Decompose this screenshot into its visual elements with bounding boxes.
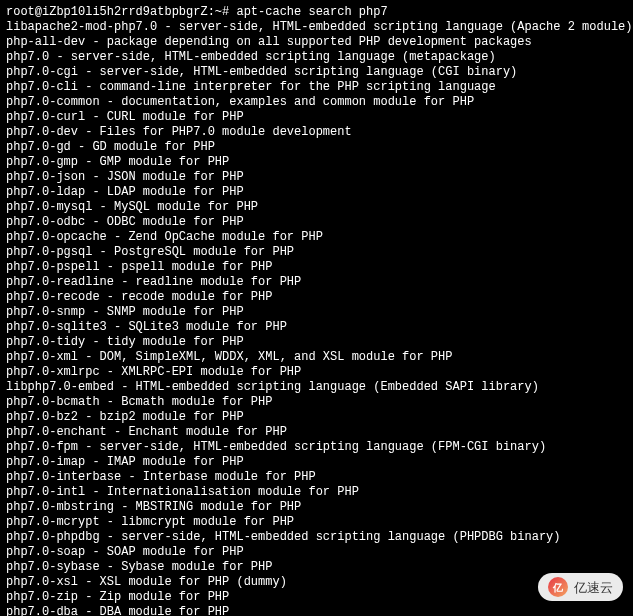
- output-line: php7.0-common - documentation, examples …: [6, 95, 627, 110]
- output-line: php7.0-recode - recode module for PHP: [6, 290, 627, 305]
- output-line: php7.0-dba - DBA module for PHP: [6, 605, 627, 616]
- watermark-badge: 亿 亿速云: [538, 573, 623, 601]
- output-line: php7.0-zip - Zip module for PHP: [6, 590, 627, 605]
- output-line: php7.0-json - JSON module for PHP: [6, 170, 627, 185]
- output-line: php7.0-enchant - Enchant module for PHP: [6, 425, 627, 440]
- output-line: php7.0-gd - GD module for PHP: [6, 140, 627, 155]
- output-line: php7.0-readline - readline module for PH…: [6, 275, 627, 290]
- watermark-text: 亿速云: [574, 580, 613, 595]
- output-line: php7.0-cli - command-line interpreter fo…: [6, 80, 627, 95]
- output-line: php7.0-pgsql - PostgreSQL module for PHP: [6, 245, 627, 260]
- output-line: php7.0-curl - CURL module for PHP: [6, 110, 627, 125]
- command-prompt-line: root@iZbp10li5h2rrd9atbpbgrZ:~# apt-cach…: [6, 5, 388, 19]
- output-line: php7.0-sqlite3 - SQLite3 module for PHP: [6, 320, 627, 335]
- output-line: php7.0-mcrypt - libmcrypt module for PHP: [6, 515, 627, 530]
- prompt-symbol: #: [222, 5, 229, 19]
- output-line: php7.0 - server-side, HTML-embedded scri…: [6, 50, 627, 65]
- output-line: php7.0-fpm - server-side, HTML-embedded …: [6, 440, 627, 455]
- output-line: php7.0-sybase - Sybase module for PHP: [6, 560, 627, 575]
- prompt-path: ~: [215, 5, 222, 19]
- output-line: php7.0-odbc - ODBC module for PHP: [6, 215, 627, 230]
- output-line: php7.0-imap - IMAP module for PHP: [6, 455, 627, 470]
- output-line: php7.0-opcache - Zend OpCache module for…: [6, 230, 627, 245]
- output-line: php-all-dev - package depending on all s…: [6, 35, 627, 50]
- output-line: php7.0-ldap - LDAP module for PHP: [6, 185, 627, 200]
- output-line: php7.0-phpdbg - server-side, HTML-embedd…: [6, 530, 627, 545]
- typed-command: apt-cache search php7: [236, 5, 387, 19]
- output-line: php7.0-dev - Files for PHP7.0 module dev…: [6, 125, 627, 140]
- command-output: libapache2-mod-php7.0 - server-side, HTM…: [6, 20, 627, 616]
- terminal-window[interactable]: root@iZbp10li5h2rrd9atbpbgrZ:~# apt-cach…: [6, 5, 627, 616]
- watermark-logo-icon: 亿: [548, 577, 568, 597]
- output-line: php7.0-tidy - tidy module for PHP: [6, 335, 627, 350]
- output-line: php7.0-xsl - XSL module for PHP (dummy): [6, 575, 627, 590]
- output-line: php7.0-pspell - pspell module for PHP: [6, 260, 627, 275]
- output-line: php7.0-intl - Internationalisation modul…: [6, 485, 627, 500]
- output-line: libapache2-mod-php7.0 - server-side, HTM…: [6, 20, 627, 35]
- output-line: php7.0-mysql - MySQL module for PHP: [6, 200, 627, 215]
- output-line: libphp7.0-embed - HTML-embedded scriptin…: [6, 380, 627, 395]
- output-line: php7.0-mbstring - MBSTRING module for PH…: [6, 500, 627, 515]
- output-line: php7.0-bcmath - Bcmath module for PHP: [6, 395, 627, 410]
- output-line: php7.0-soap - SOAP module for PHP: [6, 545, 627, 560]
- output-line: php7.0-cgi - server-side, HTML-embedded …: [6, 65, 627, 80]
- output-line: php7.0-xml - DOM, SimpleXML, WDDX, XML, …: [6, 350, 627, 365]
- output-line: php7.0-gmp - GMP module for PHP: [6, 155, 627, 170]
- output-line: php7.0-xmlrpc - XMLRPC-EPI module for PH…: [6, 365, 627, 380]
- output-line: php7.0-snmp - SNMP module for PHP: [6, 305, 627, 320]
- output-line: php7.0-interbase - Interbase module for …: [6, 470, 627, 485]
- output-line: php7.0-bz2 - bzip2 module for PHP: [6, 410, 627, 425]
- prompt-user-host: root@iZbp10li5h2rrd9atbpbgrZ: [6, 5, 208, 19]
